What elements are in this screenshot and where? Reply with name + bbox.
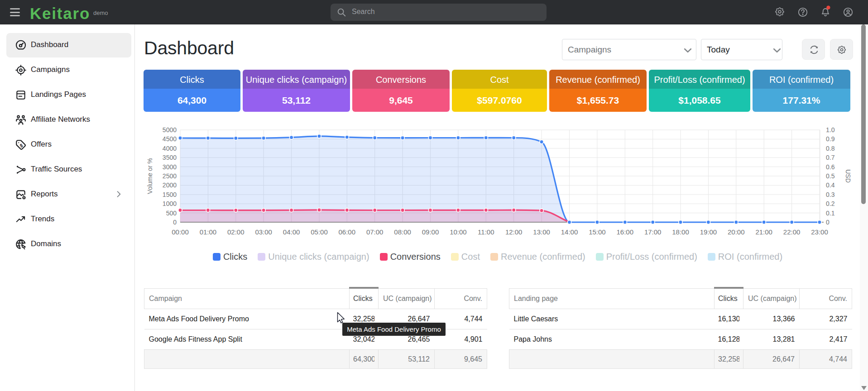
svg-text:2000: 2000 xyxy=(163,181,177,189)
svg-text:Volume or %: Volume or % xyxy=(146,158,153,194)
svg-text:14:00: 14:00 xyxy=(561,228,578,236)
svg-text:1500: 1500 xyxy=(163,191,177,198)
svg-text:0: 0 xyxy=(173,219,177,226)
svg-text:21:00: 21:00 xyxy=(755,228,772,236)
svg-text:0.4: 0.4 xyxy=(826,181,835,189)
svg-text:04:00: 04:00 xyxy=(283,228,300,236)
svg-text:0.5: 0.5 xyxy=(826,172,835,180)
svg-text:10:00: 10:00 xyxy=(450,228,467,236)
svg-text:03:00: 03:00 xyxy=(255,228,272,236)
svg-text:0.1: 0.1 xyxy=(826,210,835,217)
svg-text:500: 500 xyxy=(166,210,177,217)
svg-text:00:00: 00:00 xyxy=(172,228,189,236)
svg-text:0.2: 0.2 xyxy=(826,200,835,207)
svg-text:0.7: 0.7 xyxy=(826,154,835,161)
svg-text:15:00: 15:00 xyxy=(589,228,606,236)
svg-text:09:00: 09:00 xyxy=(422,228,439,236)
svg-text:08:00: 08:00 xyxy=(394,228,411,236)
svg-text:0.8: 0.8 xyxy=(826,145,835,152)
svg-text:05:00: 05:00 xyxy=(311,228,328,236)
svg-text:01:00: 01:00 xyxy=(200,228,217,236)
svg-text:23:00: 23:00 xyxy=(811,228,828,236)
svg-text:06:00: 06:00 xyxy=(339,228,356,236)
svg-text:4000: 4000 xyxy=(163,145,177,152)
svg-text:0.9: 0.9 xyxy=(826,135,835,143)
svg-text:0: 0 xyxy=(826,219,830,226)
svg-text:20:00: 20:00 xyxy=(728,228,745,236)
svg-text:12:00: 12:00 xyxy=(505,228,523,236)
svg-text:5000: 5000 xyxy=(163,126,177,134)
svg-text:USD: USD xyxy=(844,169,852,183)
svg-text:1.0: 1.0 xyxy=(826,126,835,134)
svg-text:3000: 3000 xyxy=(163,163,177,171)
svg-text:13:00: 13:00 xyxy=(533,228,550,236)
svg-text:0.3: 0.3 xyxy=(826,191,835,198)
svg-text:07:00: 07:00 xyxy=(366,228,384,236)
svg-text:4500: 4500 xyxy=(163,135,177,143)
svg-text:1000: 1000 xyxy=(163,200,177,207)
svg-text:2500: 2500 xyxy=(163,172,177,180)
svg-text:18:00: 18:00 xyxy=(672,228,689,236)
svg-text:17:00: 17:00 xyxy=(644,228,662,236)
svg-text:0.6: 0.6 xyxy=(826,163,835,171)
svg-text:22:00: 22:00 xyxy=(783,228,801,236)
svg-text:11:00: 11:00 xyxy=(478,228,494,236)
svg-text:3500: 3500 xyxy=(163,154,177,161)
svg-text:19:00: 19:00 xyxy=(700,228,717,236)
svg-text:02:00: 02:00 xyxy=(227,228,245,236)
svg-text:16:00: 16:00 xyxy=(617,228,634,236)
